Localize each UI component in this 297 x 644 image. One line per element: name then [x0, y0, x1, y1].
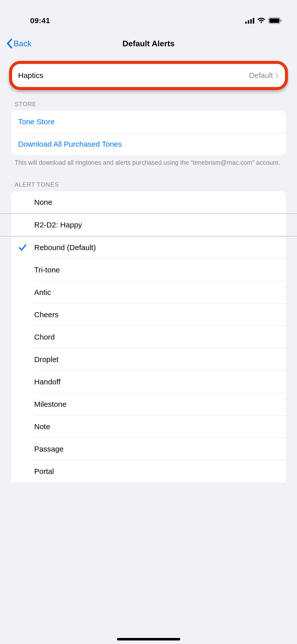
alert-tone-label: Portal [34, 462, 279, 481]
alert-tone-row[interactable]: Portal [11, 460, 286, 482]
alert-tone-label: Tri-tone [34, 260, 279, 280]
haptics-label: Haptics [18, 71, 249, 80]
alert-tone-label: R2-D2: Happy [34, 215, 279, 235]
alert-tone-label: Antic [34, 283, 279, 302]
alert-tone-row[interactable]: None [11, 191, 286, 213]
battery-icon [268, 17, 282, 24]
alert-tone-label: Chord [34, 327, 279, 347]
alert-tones-header: ALERT TONES [0, 167, 297, 191]
alert-tone-row[interactable]: Milestone [11, 393, 286, 415]
alert-tone-label: Milestone [34, 394, 279, 414]
alert-tone-row[interactable]: Passage [11, 438, 286, 460]
haptics-value: Default [249, 71, 273, 80]
alert-tone-label: Rebound (Default) [34, 238, 279, 257]
alert-tones-group: NoneR2-D2: HappyRebound (Default)Tri-ton… [11, 191, 286, 482]
store-header: STORE [0, 87, 297, 111]
navigation-bar: Back Default Alerts [0, 30, 297, 57]
tone-lead [11, 243, 34, 252]
alert-tone-label: Cheers [34, 305, 279, 325]
tone-store-row[interactable]: Tone Store [11, 111, 286, 133]
alert-tone-row[interactable]: Rebound (Default) [11, 236, 286, 259]
alert-tone-row[interactable]: Cheers [11, 304, 286, 326]
store-footer: This will download all ringtones and ale… [0, 155, 297, 167]
back-label: Back [14, 39, 31, 48]
alert-tone-row[interactable]: Note [11, 416, 286, 438]
tone-store-label: Tone Store [18, 117, 55, 126]
chevron-left-icon [6, 38, 13, 49]
svg-rect-5 [269, 18, 279, 23]
status-indicators [245, 17, 282, 24]
alert-tone-row[interactable]: Tri-tone [11, 259, 286, 281]
svg-rect-1 [248, 20, 249, 24]
alert-tone-row[interactable]: Handoff [11, 371, 286, 393]
home-indicator[interactable] [117, 638, 180, 640]
checkmark-icon [18, 243, 27, 252]
store-group: Tone Store Download All Purchased Tones [11, 111, 286, 155]
page-title: Default Alerts [122, 39, 175, 48]
alert-tone-row[interactable]: Droplet [11, 348, 286, 371]
status-bar: 09:41 [0, 0, 297, 30]
alert-tone-label: Droplet [34, 350, 279, 369]
cellular-icon [245, 18, 254, 24]
alert-tone-label: Note [34, 417, 279, 436]
svg-rect-0 [245, 22, 247, 24]
alert-tone-row[interactable]: R2-D2: Happy [11, 214, 286, 236]
download-all-row[interactable]: Download All Purchased Tones [18, 133, 286, 155]
alert-tone-row[interactable]: Antic [11, 281, 286, 303]
alert-tone-label: Passage [34, 439, 279, 459]
svg-rect-6 [281, 19, 282, 22]
haptics-group: Haptics Default [11, 64, 286, 87]
download-all-label: Download All Purchased Tones [18, 140, 122, 148]
status-time: 09:41 [15, 16, 50, 25]
haptics-row[interactable]: Haptics Default [11, 64, 286, 87]
alert-tone-row[interactable]: Chord [11, 326, 286, 348]
svg-rect-3 [253, 18, 254, 24]
chevron-right-icon [275, 72, 279, 78]
back-button[interactable]: Back [6, 30, 31, 57]
alert-tone-label: None [34, 192, 279, 212]
wifi-icon [257, 18, 265, 24]
svg-rect-2 [250, 19, 252, 24]
alert-tone-label: Handoff [34, 372, 279, 392]
